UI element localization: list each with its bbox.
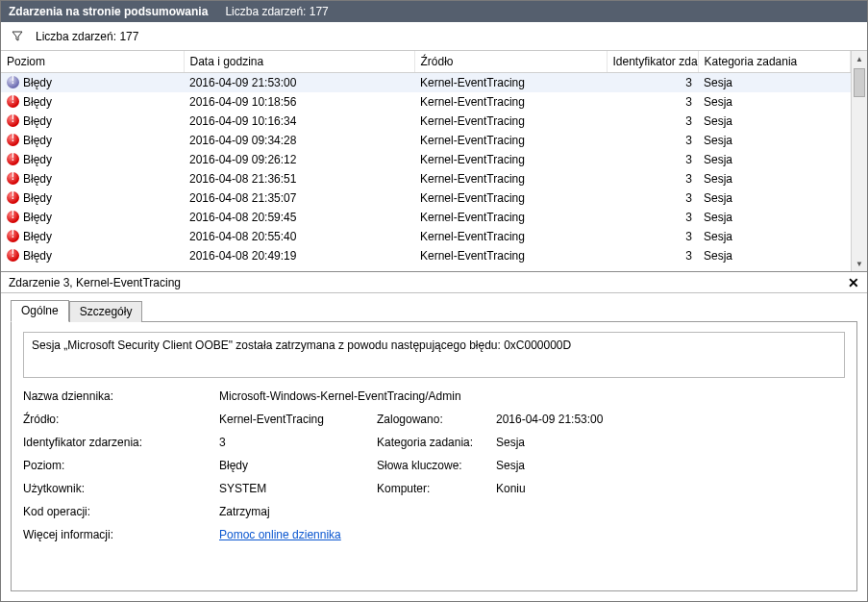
cell-date: 2016-04-09 21:53:00 (184, 73, 414, 92)
value-computer: Koniu (496, 482, 845, 495)
table-row[interactable]: Błędy2016-04-09 09:34:28Kernel-EventTrac… (1, 131, 851, 150)
cell-category: Sesja (698, 73, 851, 92)
value-logname: Microsoft-Windows-Kernel-EventTracing/Ad… (219, 389, 845, 403)
table-row[interactable]: Błędy2016-04-08 21:35:07Kernel-EventTrac… (1, 188, 851, 208)
table-row[interactable]: Błędy2016-04-08 21:36:51Kernel-EventTrac… (1, 169, 851, 188)
cell-date: 2016-04-08 20:55:40 (184, 227, 414, 246)
close-icon[interactable]: ✕ (848, 275, 859, 290)
filter-count-label: Liczba zdarzeń: 177 (36, 30, 138, 43)
cell-date: 2016-04-08 20:49:19 (184, 246, 414, 265)
cell-category: Sesja (698, 169, 851, 188)
cell-level: Błędy (23, 249, 52, 263)
cell-date: 2016-04-08 20:59:45 (184, 208, 414, 227)
cell-date: 2016-04-09 09:26:12 (184, 150, 414, 169)
filter-icon[interactable] (11, 30, 24, 43)
cell-id: 3 (607, 188, 698, 208)
table-row[interactable]: Błędy2016-04-09 21:53:00Kernel-EventTrac… (1, 73, 851, 92)
cell-category: Sesja (698, 227, 851, 246)
scroll-thumb[interactable] (854, 68, 865, 97)
help-link[interactable]: Pomoc online dziennika (219, 528, 341, 541)
label-keywords: Słowa kluczowe: (377, 459, 492, 472)
cell-id: 3 (607, 131, 698, 150)
cell-source: Kernel-EventTracing (414, 112, 607, 131)
vertical-scrollbar[interactable]: ▲ ▼ (851, 51, 867, 271)
value-keywords: Sesja (496, 459, 845, 472)
detail-panel: Sesja „Microsoft Security Client OOBE" z… (11, 321, 857, 591)
table-row[interactable]: Błędy2016-04-08 20:49:19Kernel-EventTrac… (1, 246, 851, 265)
cell-category: Sesja (698, 92, 851, 112)
label-source: Źródło: (23, 413, 215, 426)
cell-category: Sesja (698, 150, 851, 169)
column-header-category[interactable]: Kategoria zadania (698, 51, 851, 73)
tab-details[interactable]: Szczegóły (69, 301, 143, 322)
cell-id: 3 (607, 208, 698, 227)
value-moreinfo: Pomoc online dziennika (219, 528, 845, 541)
cell-level: Błędy (23, 114, 52, 128)
label-logname: Nazwa dziennika: (23, 389, 215, 403)
table-row[interactable]: Błędy2016-04-08 20:55:40Kernel-EventTrac… (1, 227, 851, 246)
cell-source: Kernel-EventTracing (414, 246, 607, 265)
error-icon (7, 95, 19, 108)
detail-title: Zdarzenie 3, Kernel-EventTracing (9, 276, 181, 289)
tab-general[interactable]: Ogólne (11, 300, 69, 322)
label-logged: Zalogowano: (377, 413, 492, 426)
cell-category: Sesja (698, 246, 851, 265)
cell-source: Kernel-EventTracing (414, 208, 607, 227)
column-header-level[interactable]: Poziom (1, 51, 184, 73)
cell-id: 3 (607, 112, 698, 131)
table-row[interactable]: Błędy2016-04-09 09:26:12Kernel-EventTrac… (1, 150, 851, 169)
cell-id: 3 (607, 169, 698, 188)
window-count-label: Liczba zdarzeń: 177 (225, 5, 328, 18)
cell-category: Sesja (698, 208, 851, 227)
cell-level: Błędy (23, 76, 52, 89)
cell-date: 2016-04-09 10:18:56 (184, 92, 414, 112)
scroll-down-arrow[interactable]: ▼ (852, 256, 867, 271)
cell-category: Sesja (698, 131, 851, 150)
cell-source: Kernel-EventTracing (414, 188, 607, 208)
error-icon (7, 211, 19, 223)
detail-tabs: Ogólne Szczegóły (1, 293, 867, 321)
cell-source: Kernel-EventTracing (414, 73, 607, 92)
cell-level: Błędy (23, 191, 52, 205)
cell-source: Kernel-EventTracing (414, 92, 607, 112)
label-user: Użytkownik: (23, 482, 215, 495)
error-icon (7, 172, 19, 185)
cell-source: Kernel-EventTracing (414, 150, 607, 169)
cell-source: Kernel-EventTracing (414, 131, 607, 150)
cell-date: 2016-04-08 21:36:51 (184, 169, 414, 188)
cell-level: Błędy (23, 134, 52, 147)
cell-level: Błędy (23, 230, 52, 243)
column-header-date[interactable]: Data i godzina (184, 51, 414, 73)
error-icon (7, 153, 19, 165)
label-moreinfo: Więcej informacji: (23, 528, 215, 541)
cell-date: 2016-04-09 09:34:28 (184, 131, 414, 150)
event-properties: Nazwa dziennika: Microsoft-Windows-Kerne… (23, 389, 845, 541)
cell-id: 3 (607, 227, 698, 246)
value-logged: 2016-04-09 21:53:00 (496, 413, 845, 426)
cell-id: 3 (607, 246, 698, 265)
label-category: Kategoria zadania: (377, 436, 492, 449)
value-source: Kernel-EventTracing (219, 413, 373, 426)
cell-level: Błędy (23, 211, 52, 224)
filter-bar: Liczba zdarzeń: 177 (1, 22, 867, 51)
cell-id: 3 (607, 73, 698, 92)
cell-date: 2016-04-08 21:35:07 (184, 188, 414, 208)
label-level: Poziom: (23, 459, 215, 472)
column-header-source[interactable]: Źródło (414, 51, 607, 73)
cell-source: Kernel-EventTracing (414, 169, 607, 188)
value-opcode: Zatrzymaj (219, 505, 845, 518)
error-icon (7, 191, 19, 204)
cell-category: Sesja (698, 188, 851, 208)
event-message-text: Sesja „Microsoft Security Client OOBE" z… (32, 339, 571, 352)
events-grid-wrapper: Poziom Data i godzina Źródło Identyfikat… (1, 51, 867, 272)
event-message: Sesja „Microsoft Security Client OOBE" z… (23, 332, 845, 378)
events-grid[interactable]: Poziom Data i godzina Źródło Identyfikat… (1, 51, 851, 271)
value-level: Błędy (219, 459, 373, 472)
table-row[interactable]: Błędy2016-04-08 20:59:45Kernel-EventTrac… (1, 208, 851, 227)
column-header-id[interactable]: Identyfikator zdarzenia (607, 51, 698, 73)
scroll-up-arrow[interactable]: ▲ (852, 51, 867, 66)
table-row[interactable]: Błędy2016-04-09 10:18:56Kernel-EventTrac… (1, 92, 851, 112)
table-row[interactable]: Błędy2016-04-09 10:16:34Kernel-EventTrac… (1, 112, 851, 131)
cell-level: Błędy (23, 95, 52, 109)
error-icon (7, 114, 19, 127)
